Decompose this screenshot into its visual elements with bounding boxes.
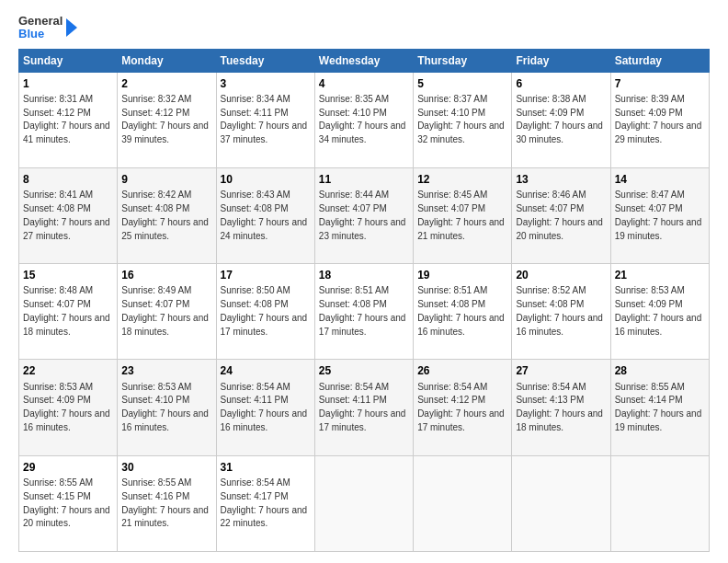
- calendar-week-row: 29 Sunrise: 8:55 AMSunset: 4:15 PMDaylig…: [19, 455, 710, 551]
- day-info: Sunrise: 8:42 AMSunset: 4:08 PMDaylight:…: [121, 190, 209, 241]
- calendar-cell: [512, 455, 610, 551]
- day-info: Sunrise: 8:31 AMSunset: 4:12 PMDaylight:…: [23, 94, 110, 145]
- calendar-cell: 26 Sunrise: 8:54 AMSunset: 4:12 PMDaylig…: [414, 360, 512, 455]
- logo-arrow-icon: [64, 15, 83, 40]
- calendar-cell: 9 Sunrise: 8:42 AMSunset: 4:08 PMDayligh…: [118, 167, 216, 263]
- day-info: Sunrise: 8:47 AMSunset: 4:07 PMDaylight:…: [615, 190, 702, 241]
- day-info: Sunrise: 8:38 AMSunset: 4:09 PMDaylight:…: [516, 94, 603, 145]
- day-info: Sunrise: 8:54 AMSunset: 4:11 PMDaylight:…: [319, 382, 406, 433]
- day-number: 6: [516, 76, 606, 91]
- day-number: 21: [615, 268, 705, 282]
- logo: General Blue: [18, 15, 83, 41]
- day-info: Sunrise: 8:55 AMSunset: 4:14 PMDaylight:…: [615, 382, 702, 433]
- calendar-cell: 17 Sunrise: 8:50 AMSunset: 4:08 PMDaylig…: [216, 264, 314, 360]
- day-info: Sunrise: 8:54 AMSunset: 4:12 PMDaylight:…: [417, 382, 505, 433]
- weekday-header: Thursday: [414, 49, 512, 72]
- calendar-cell: 7 Sunrise: 8:39 AMSunset: 4:09 PMDayligh…: [610, 72, 709, 167]
- calendar-body: 1 Sunrise: 8:31 AMSunset: 4:12 PMDayligh…: [19, 72, 710, 551]
- day-info: Sunrise: 8:54 AMSunset: 4:17 PMDaylight:…: [221, 477, 308, 529]
- calendar-cell: 16 Sunrise: 8:49 AMSunset: 4:07 PMDaylig…: [118, 264, 216, 360]
- day-number: 12: [417, 172, 507, 187]
- day-number: 25: [319, 363, 409, 378]
- day-number: 3: [221, 76, 311, 91]
- calendar-cell: 29 Sunrise: 8:55 AMSunset: 4:15 PMDaylig…: [19, 455, 118, 551]
- day-number: 18: [319, 268, 409, 282]
- calendar-cell: 1 Sunrise: 8:31 AMSunset: 4:12 PMDayligh…: [19, 72, 118, 167]
- calendar-cell: 6 Sunrise: 8:38 AMSunset: 4:09 PMDayligh…: [512, 72, 610, 167]
- day-info: Sunrise: 8:41 AMSunset: 4:08 PMDaylight:…: [23, 190, 110, 241]
- calendar-cell: 4 Sunrise: 8:35 AMSunset: 4:10 PMDayligh…: [314, 72, 413, 167]
- day-number: 11: [319, 172, 409, 187]
- calendar-week-row: 22 Sunrise: 8:53 AMSunset: 4:09 PMDaylig…: [19, 360, 710, 455]
- day-info: Sunrise: 8:52 AMSunset: 4:08 PMDaylight:…: [516, 285, 603, 337]
- calendar-cell: 25 Sunrise: 8:54 AMSunset: 4:11 PMDaylig…: [314, 360, 413, 455]
- day-number: 5: [417, 76, 507, 91]
- day-number: 14: [615, 172, 705, 187]
- calendar-cell: 15 Sunrise: 8:48 AMSunset: 4:07 PMDaylig…: [19, 264, 118, 360]
- day-number: 19: [417, 268, 507, 282]
- day-info: Sunrise: 8:53 AMSunset: 4:09 PMDaylight:…: [615, 285, 702, 337]
- calendar-cell: 12 Sunrise: 8:45 AMSunset: 4:07 PMDaylig…: [414, 167, 512, 263]
- day-info: Sunrise: 8:49 AMSunset: 4:07 PMDaylight:…: [121, 285, 209, 337]
- calendar-cell: 5 Sunrise: 8:37 AMSunset: 4:10 PMDayligh…: [414, 72, 512, 167]
- weekday-header: Saturday: [610, 49, 709, 72]
- day-number: 26: [417, 363, 507, 378]
- calendar-cell: 28 Sunrise: 8:55 AMSunset: 4:14 PMDaylig…: [610, 360, 709, 455]
- day-number: 9: [121, 172, 211, 187]
- calendar-cell: 20 Sunrise: 8:52 AMSunset: 4:08 PMDaylig…: [512, 264, 610, 360]
- day-number: 22: [23, 363, 113, 378]
- weekday-header: Tuesday: [216, 49, 314, 72]
- day-info: Sunrise: 8:48 AMSunset: 4:07 PMDaylight:…: [23, 285, 110, 337]
- day-info: Sunrise: 8:46 AMSunset: 4:07 PMDaylight:…: [516, 190, 603, 241]
- calendar-cell: 31 Sunrise: 8:54 AMSunset: 4:17 PMDaylig…: [216, 455, 314, 551]
- day-number: 7: [615, 76, 705, 91]
- calendar-cell: [314, 455, 413, 551]
- day-info: Sunrise: 8:35 AMSunset: 4:10 PMDaylight:…: [319, 94, 406, 145]
- logo-container: General Blue: [18, 15, 83, 41]
- weekday-header: Sunday: [19, 49, 118, 72]
- day-number: 1: [23, 76, 113, 91]
- day-number: 13: [516, 172, 606, 187]
- calendar-cell: [414, 455, 512, 551]
- day-info: Sunrise: 8:50 AMSunset: 4:08 PMDaylight:…: [221, 285, 308, 337]
- day-info: Sunrise: 8:53 AMSunset: 4:09 PMDaylight:…: [23, 382, 110, 433]
- weekday-header: Monday: [118, 49, 216, 72]
- calendar-week-row: 1 Sunrise: 8:31 AMSunset: 4:12 PMDayligh…: [19, 72, 710, 167]
- day-number: 30: [121, 460, 211, 475]
- day-number: 31: [221, 460, 311, 475]
- day-number: 17: [221, 268, 311, 282]
- day-number: 23: [121, 363, 211, 378]
- calendar-cell: 8 Sunrise: 8:41 AMSunset: 4:08 PMDayligh…: [19, 167, 118, 263]
- calendar-cell: 18 Sunrise: 8:51 AMSunset: 4:08 PMDaylig…: [314, 264, 413, 360]
- day-number: 27: [516, 363, 606, 378]
- calendar-cell: 30 Sunrise: 8:55 AMSunset: 4:16 PMDaylig…: [118, 455, 216, 551]
- logo-blue: Blue: [18, 28, 63, 40]
- day-info: Sunrise: 8:39 AMSunset: 4:09 PMDaylight:…: [615, 94, 702, 145]
- calendar-week-row: 15 Sunrise: 8:48 AMSunset: 4:07 PMDaylig…: [19, 264, 710, 360]
- page: General Blue SundayMondayTuesdayWednesda…: [0, 0, 728, 563]
- weekday-row: SundayMondayTuesdayWednesdayThursdayFrid…: [19, 49, 710, 72]
- calendar-cell: 11 Sunrise: 8:44 AMSunset: 4:07 PMDaylig…: [314, 167, 413, 263]
- calendar-cell: 2 Sunrise: 8:32 AMSunset: 4:12 PMDayligh…: [118, 72, 216, 167]
- day-info: Sunrise: 8:54 AMSunset: 4:11 PMDaylight:…: [221, 382, 308, 433]
- day-number: 2: [121, 76, 211, 91]
- day-number: 28: [615, 363, 705, 378]
- day-info: Sunrise: 8:45 AMSunset: 4:07 PMDaylight:…: [417, 190, 505, 241]
- day-number: 20: [516, 268, 606, 282]
- calendar-cell: [610, 455, 709, 551]
- calendar-cell: 13 Sunrise: 8:46 AMSunset: 4:07 PMDaylig…: [512, 167, 610, 263]
- calendar-week-row: 8 Sunrise: 8:41 AMSunset: 4:08 PMDayligh…: [19, 167, 710, 263]
- day-number: 8: [23, 172, 113, 187]
- calendar-cell: 14 Sunrise: 8:47 AMSunset: 4:07 PMDaylig…: [610, 167, 709, 263]
- calendar-cell: 10 Sunrise: 8:43 AMSunset: 4:08 PMDaylig…: [216, 167, 314, 263]
- calendar-cell: 22 Sunrise: 8:53 AMSunset: 4:09 PMDaylig…: [19, 360, 118, 455]
- calendar-header: SundayMondayTuesdayWednesdayThursdayFrid…: [19, 49, 710, 72]
- day-info: Sunrise: 8:37 AMSunset: 4:10 PMDaylight:…: [417, 94, 505, 145]
- day-number: 15: [23, 268, 113, 282]
- day-info: Sunrise: 8:51 AMSunset: 4:08 PMDaylight:…: [417, 285, 505, 337]
- day-info: Sunrise: 8:54 AMSunset: 4:13 PMDaylight:…: [516, 382, 603, 433]
- day-info: Sunrise: 8:53 AMSunset: 4:10 PMDaylight:…: [121, 382, 209, 433]
- calendar-cell: 24 Sunrise: 8:54 AMSunset: 4:11 PMDaylig…: [216, 360, 314, 455]
- calendar-cell: 27 Sunrise: 8:54 AMSunset: 4:13 PMDaylig…: [512, 360, 610, 455]
- calendar-cell: 3 Sunrise: 8:34 AMSunset: 4:11 PMDayligh…: [216, 72, 314, 167]
